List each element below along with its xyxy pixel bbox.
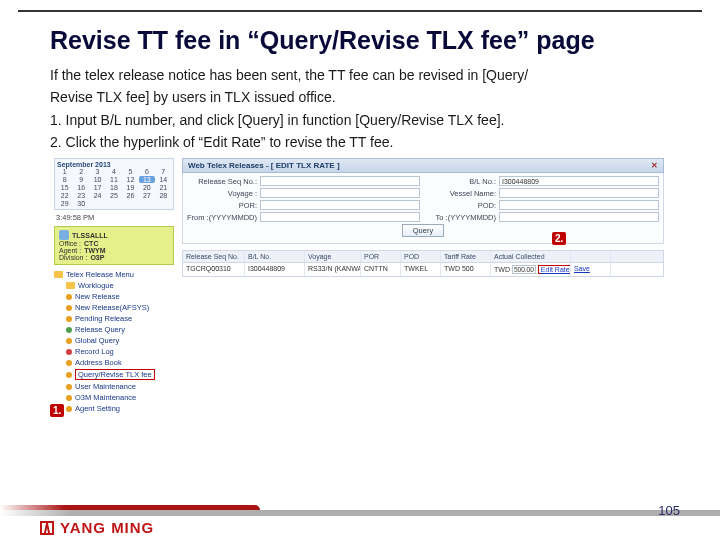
agent-value: TWYM — [84, 247, 105, 254]
pod-input[interactable] — [499, 200, 659, 210]
por-label: POR: — [187, 201, 257, 210]
col-seq: Release Seq No. — [183, 251, 245, 262]
edit-rate-link[interactable]: Edit Rate — [538, 265, 571, 274]
col-action — [571, 251, 611, 262]
screenshot-sidebar: September 2013 1234567 891011121314 1516… — [54, 158, 174, 414]
star-icon — [66, 406, 72, 412]
table-header: Release Seq No. B/L No. Voyage POR POD T… — [183, 251, 663, 263]
table-row: TGCRQ00310 I300448809 RS33/N (KANWAY GLO… — [183, 263, 663, 276]
star-icon — [66, 360, 72, 366]
embedded-screenshot: September 2013 1234567 891011121314 1516… — [54, 158, 664, 448]
save-link[interactable]: Save — [574, 265, 590, 272]
cell-voyage: RS33/N (KANWAY GLOBAL) — [305, 263, 361, 276]
tree-item[interactable]: User Maintenance — [75, 382, 136, 391]
to-input[interactable] — [499, 212, 659, 222]
star-icon — [66, 349, 72, 355]
vessel-label: Vessel Name: — [426, 189, 496, 198]
cell-tariff: TWD 500 — [441, 263, 491, 276]
tree-item-highlighted[interactable]: Query/Revise TLX fee — [75, 369, 155, 380]
star-icon — [66, 294, 72, 300]
vessel-input[interactable] — [499, 188, 659, 198]
cell-por: CNTTN — [361, 263, 401, 276]
user-id: TLSSALLL — [72, 232, 108, 239]
pod-label: POD: — [426, 201, 496, 210]
paragraph-line-1: If the telex release notice has been sen… — [50, 65, 660, 85]
por-input[interactable] — [260, 200, 420, 210]
nav-tree: Telex Release Menu Worklogue New Release… — [54, 269, 174, 414]
close-icon[interactable]: ✕ — [651, 161, 658, 170]
footer-decoration — [0, 506, 720, 516]
star-icon — [66, 305, 72, 311]
user-info-box: TLSSALLL Office :CTC Agent :TWYM Divisio… — [54, 226, 174, 265]
col-actual: Actual Collected — [491, 251, 571, 262]
calendar-widget: September 2013 1234567 891011121314 1516… — [54, 158, 174, 210]
callout-step-2: 2. — [552, 232, 566, 245]
to-label: To :(YYYYMMDD) — [426, 213, 496, 222]
window-title-text: Web Telex Releases - [ EDIT TLX RATE ] — [188, 161, 340, 170]
tree-item[interactable]: Agent Setting — [75, 404, 120, 413]
window-titlebar: Web Telex Releases - [ EDIT TLX RATE ] ✕ — [182, 158, 664, 173]
cell-actual: TWD 500.00 Edit Rate — [491, 263, 571, 276]
division-label: Division : — [59, 254, 87, 261]
release-seq-input[interactable] — [260, 176, 420, 186]
tree-root[interactable]: Telex Release Menu — [66, 270, 134, 279]
star-icon — [66, 327, 72, 333]
logo-text: YANG MING — [60, 519, 154, 536]
calendar-today: 13 — [139, 176, 154, 183]
results-table: Release Seq No. B/L No. Voyage POR POD T… — [182, 250, 664, 277]
query-form: Release Seq No.: B/L No.:I300448809 Voya… — [182, 173, 664, 244]
brand-logo: YANG MING — [40, 519, 154, 536]
star-icon — [66, 384, 72, 390]
paragraph-line-2: Revise TLX fee] by users in TLX issued o… — [50, 87, 660, 107]
query-button[interactable]: Query — [402, 224, 444, 237]
currency: TWD — [494, 266, 510, 273]
voyage-label: Voyage : — [187, 189, 257, 198]
page-title: Revise TT fee in “Query/Revise TLX fee” … — [50, 26, 680, 55]
cell-seq: TGCRQ00310 — [183, 263, 245, 276]
clock: 3:49:58 PM — [56, 213, 174, 222]
tree-item[interactable]: New Release — [75, 292, 120, 301]
bl-input[interactable]: I300448809 — [499, 176, 659, 186]
avatar-icon — [59, 230, 69, 240]
office-value: CTC — [84, 240, 98, 247]
star-icon — [66, 395, 72, 401]
star-icon — [66, 316, 72, 322]
tree-item[interactable]: O3M Maintenance — [75, 393, 136, 402]
col-voyage: Voyage — [305, 251, 361, 262]
release-seq-label: Release Seq No.: — [187, 177, 257, 186]
agent-label: Agent : — [59, 247, 81, 254]
col-pod: POD — [401, 251, 441, 262]
tree-item[interactable]: Global Query — [75, 336, 119, 345]
tree-item[interactable]: Address Book — [75, 358, 122, 367]
col-por: POR — [361, 251, 401, 262]
voyage-input[interactable] — [260, 188, 420, 198]
page-number: 105 — [658, 503, 680, 518]
calendar-grid: 1234567 891011121314 15161718192021 2223… — [57, 168, 171, 207]
tree-item[interactable]: Pending Release — [75, 314, 132, 323]
amount-input[interactable]: 500.00 — [512, 265, 536, 274]
cell-bl: I300448809 — [245, 263, 305, 276]
cell-pod: TWKEL — [401, 263, 441, 276]
col-bl: B/L No. — [245, 251, 305, 262]
tree-worklogue[interactable]: Worklogue — [78, 281, 114, 290]
top-rule — [18, 10, 702, 12]
folder-icon — [54, 271, 63, 278]
tree-item[interactable]: New Release(AFSYS) — [75, 303, 149, 312]
slide-content: Revise TT fee in “Query/Revise TLX fee” … — [0, 18, 720, 540]
bl-label: B/L No.: — [426, 177, 496, 186]
instruction-step-2: 2. Click the hyperlink of “Edit Rate” to… — [50, 132, 660, 152]
tree-item[interactable]: Release Query — [75, 325, 125, 334]
office-label: Office : — [59, 240, 81, 247]
screenshot-main: Web Telex Releases - [ EDIT TLX RATE ] ✕… — [182, 158, 664, 277]
star-icon — [66, 372, 72, 378]
body-text: If the telex release notice has been sen… — [50, 65, 660, 152]
from-label: From :(YYYYMMDD) — [187, 213, 257, 222]
logo-icon — [40, 521, 54, 535]
tree-item[interactable]: Record Log — [75, 347, 114, 356]
star-icon — [66, 338, 72, 344]
col-tariff: Tariff Rate — [441, 251, 491, 262]
folder-icon — [66, 282, 75, 289]
division-value: O3P — [90, 254, 104, 261]
instruction-step-1: 1. Input B/L number, and click [Query] i… — [50, 110, 660, 130]
from-input[interactable] — [260, 212, 420, 222]
